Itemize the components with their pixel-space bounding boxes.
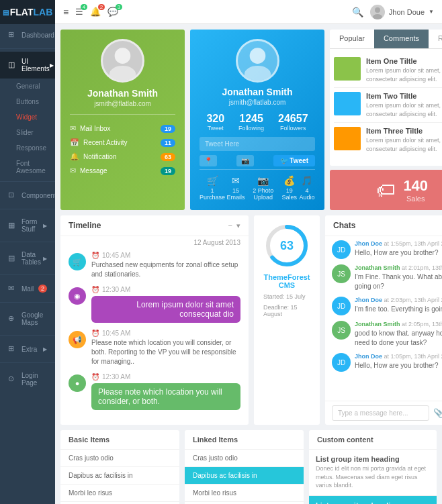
sidebar-item-ui-elements[interactable]: ◫ UI Elements ▶ <box>0 52 55 79</box>
tl-bubble: Please note which location you will cons… <box>91 383 240 410</box>
chat-text: Hello, How are you brother? <box>355 248 442 258</box>
list-item[interactable]: Dapibus ac facilisis in <box>60 467 179 485</box>
item-thumbnail <box>334 57 361 81</box>
progress-started: Started: 15 July <box>263 293 310 300</box>
card-actions: − ▾ <box>228 221 240 230</box>
item-desc: Lorem ipsum dolor sit amet, consectetur … <box>366 136 442 153</box>
topbar-user[interactable]: Jhon Doue ▼ <box>370 5 434 19</box>
sidebar-subitem-general[interactable]: General <box>0 79 55 94</box>
attach-btn[interactable]: 📎 <box>433 408 442 418</box>
topbar-username: Jhon Doue <box>389 8 425 16</box>
sidebar-item-label: Extra <box>21 346 37 353</box>
sidebar-subitem-slider[interactable]: Slider <box>0 125 55 140</box>
item-text: Item One Tiltle Lorem ipsum dolor sit am… <box>366 57 442 83</box>
bubble-icon: ◉ <box>69 287 86 305</box>
message-label: Message <box>80 167 107 174</box>
sidebar-item-mail[interactable]: ✉ Mail 2 <box>0 278 55 299</box>
chat-message-input[interactable] <box>332 405 429 421</box>
svg-point-2 <box>115 48 131 64</box>
sidebar-item-label: Google Maps <box>21 311 47 326</box>
following-num: 1245 <box>238 113 264 125</box>
right-panel: Popular Comments Recents Item One Tiltle… <box>330 30 442 166</box>
sidebar: ▤ FLATLAB ⊞ Dashboard ◫ UI Elements ▶ Ge… <box>0 0 55 504</box>
tweet-stat: 320 Tweet <box>206 113 224 132</box>
sidebar-item-google-maps[interactable]: ⊕ Google Maps <box>0 305 55 332</box>
audio-activity: 🎵 4 Audio <box>299 175 315 201</box>
location-btn[interactable]: 📍 <box>200 155 217 166</box>
form-icon: ▦ <box>8 221 17 230</box>
sidebar-subitem-fontawesome[interactable]: Font Awesome <box>0 156 55 179</box>
menu-btn[interactable]: ≡ <box>63 7 69 17</box>
timeline-item: ● ⏰ 12:30 AM Please note which location … <box>69 373 240 410</box>
svg-point-3 <box>109 65 136 81</box>
timeline-item: ◉ ⏰ 12:30 AM Lorem ipsum dolor sit amet … <box>69 286 240 323</box>
timeline-date: 12 August 2013 <box>60 236 249 249</box>
list-item[interactable]: Morbi leo risus <box>60 485 179 502</box>
tab-popular[interactable]: Popular <box>330 30 374 48</box>
chat-btn[interactable]: 💬 3 <box>107 7 118 17</box>
list-item[interactable]: Cras justo odio <box>185 450 304 467</box>
svg-point-1 <box>373 14 382 19</box>
logo-text-flat: FLAT <box>10 7 34 17</box>
chat-bubble: Jhon Doe at 1:05pm, 13th April 2013 Hell… <box>355 353 442 370</box>
basic-items-card: Basic Items Cras justo odio Dapibus ac f… <box>60 430 179 504</box>
sidebar-item-login-page[interactable]: ⊙ Login Page <box>0 366 55 393</box>
expand-icon[interactable]: ▾ <box>236 221 240 230</box>
sidebar-subitem-buttons[interactable]: Buttons <box>0 94 55 109</box>
basic-items-title: Basic Items <box>60 430 179 450</box>
chat-message: JD Jhon Doe at 1:55pm, 13th April 2013 H… <box>332 240 442 259</box>
avatar: JD <box>332 353 351 372</box>
tab-comments[interactable]: Comments <box>374 30 429 48</box>
mail-inbox-badge: 19 <box>161 125 175 133</box>
svg-point-0 <box>375 7 380 13</box>
sidebar-item-extra[interactable]: ⊞ Extra ▶ <box>0 338 55 360</box>
list-btn[interactable]: ☰ 4 <box>75 7 83 17</box>
sidebar-item-components[interactable]: ⊡ Components ▶ <box>0 185 55 206</box>
login-icon: ⊙ <box>8 374 17 384</box>
list-item[interactable]: Morbi leo risus <box>185 485 304 502</box>
tweet-num: 320 <box>206 113 224 125</box>
chat-bubble: Jhon Doe at 2:03pm, 13th April 2013 I'm … <box>355 297 442 314</box>
sidebar-item-label: Mail <box>21 285 34 293</box>
sidebar-subitem-response[interactable]: Response <box>0 140 55 156</box>
item-desc: Lorem ipsum dolor sit amet, consectetur … <box>366 101 442 118</box>
avatar: JD <box>332 240 351 259</box>
content-area: Jonathan Smith jsmith@flatlab.com ✉ Mail… <box>55 24 442 504</box>
tl-content: ⏰ 12:30 AM Please note which location yo… <box>91 373 240 410</box>
tweet-input[interactable] <box>200 137 315 151</box>
list-item[interactable]: Cras justo odio <box>60 450 179 467</box>
right-tabs: Popular Comments Recents <box>330 30 442 49</box>
camera-btn[interactable]: 📷 <box>236 155 254 166</box>
menu-icon: ≡ <box>63 7 69 17</box>
sidebar-item-label: Data Tables <box>21 251 43 266</box>
activity-icon: 📅 <box>70 138 79 147</box>
sidebar-item-dashboard[interactable]: ⊞ Dashboard <box>0 24 55 46</box>
purchase-activity: 🛒 1 Purchase <box>200 175 225 201</box>
chevron-down-icon: ▼ <box>429 9 434 15</box>
custom-item: List group item heading Donec id elit no… <box>309 496 437 504</box>
sender-name: Jhon Doe <box>355 297 382 303</box>
list-item[interactable]: Dapibus ac facilisis in <box>185 467 304 485</box>
chat-badge: 3 <box>116 4 122 10</box>
row3: Basic Items Cras justo odio Dapibus ac f… <box>60 430 437 504</box>
tweet-button[interactable]: 🐦 Tweet <box>273 155 315 166</box>
tables-icon: ▤ <box>8 254 17 263</box>
search-icon[interactable]: 🔍 <box>352 7 363 17</box>
list-badge: 4 <box>81 4 87 10</box>
mail-badge: 2 <box>38 285 47 293</box>
mail-inbox-row: ✉ Mail Inbox 19 <box>70 121 175 136</box>
collapse-icon[interactable]: − <box>228 221 232 230</box>
sidebar-subitem-widget[interactable]: Widget <box>0 109 55 125</box>
profile-name: Jonathan Smith <box>70 88 175 99</box>
extra-icon: ⊞ <box>8 344 17 354</box>
sidebar-item-data-tables[interactable]: ▤ Data Tables ▶ <box>0 245 55 272</box>
tl-time: ⏰ 10:45 AM <box>91 330 240 337</box>
bell-btn[interactable]: 🔔 2 <box>90 7 101 17</box>
custom-content-card: Custom content List group item heading D… <box>309 430 437 504</box>
row1: Jonathan Smith jsmith@flatlab.com ✉ Mail… <box>60 30 437 210</box>
tab-recents[interactable]: Recents <box>429 30 442 48</box>
notification-icon: 🔔 <box>70 152 79 161</box>
sidebar-item-label: Components <box>21 192 55 199</box>
sidebar-item-form-stuff[interactable]: ▦ Form Stuff ▶ <box>0 212 55 239</box>
announce-icon: 📢 <box>69 331 86 348</box>
